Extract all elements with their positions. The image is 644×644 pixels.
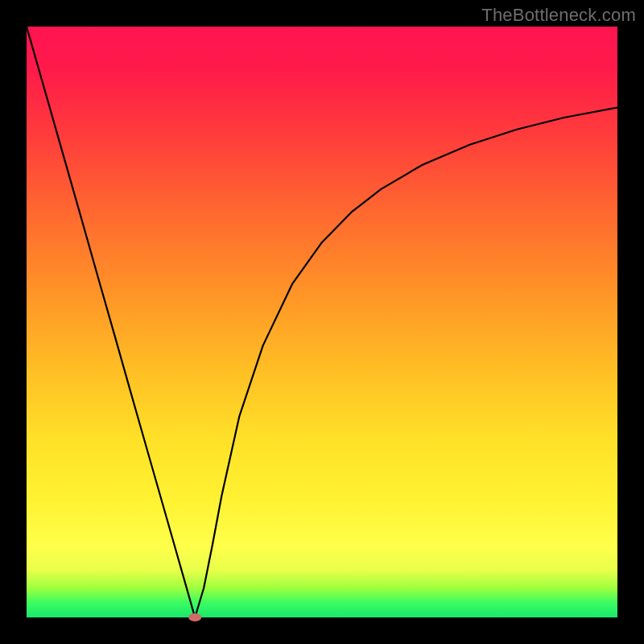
chart-stage: TheBottleneck.com <box>0 0 644 644</box>
minimum-marker <box>188 613 201 621</box>
chart-svg <box>27 27 617 617</box>
source-watermark: TheBottleneck.com <box>481 5 636 26</box>
bottleneck-curve <box>27 27 617 617</box>
